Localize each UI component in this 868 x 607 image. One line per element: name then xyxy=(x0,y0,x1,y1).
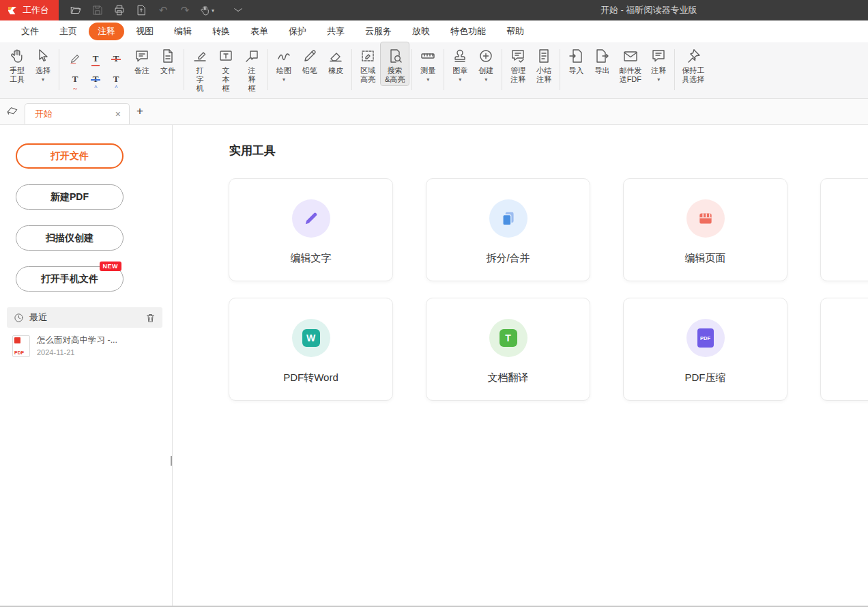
new-tab-button[interactable]: + xyxy=(130,98,150,124)
menu-item-file[interactable]: 文件 xyxy=(12,23,48,40)
underline-text-button[interactable]: T xyxy=(87,49,104,68)
redo-button[interactable]: ↷ xyxy=(175,0,195,20)
summarize-comments-button[interactable]: 小结 注释 xyxy=(531,42,557,85)
open-mobile-file-button[interactable]: 打开手机文件 NEW xyxy=(16,266,124,292)
highlight-text-button[interactable] xyxy=(66,49,84,68)
open-file-button[interactable] xyxy=(66,0,86,20)
ribbon-separator xyxy=(674,49,675,90)
export-comments-button[interactable]: 导出 xyxy=(589,42,615,76)
create-button[interactable]: 创建 ▾ xyxy=(473,42,499,84)
email-icon xyxy=(622,48,639,64)
tool-card-edit-pages[interactable]: 编辑页面 xyxy=(623,178,787,281)
new-pdf-button[interactable]: 新建PDF xyxy=(16,184,124,210)
chevron-down-icon: ▾ xyxy=(426,77,429,83)
comments-panel-button[interactable]: 注释 ▾ xyxy=(646,42,671,84)
ribbon-separator xyxy=(184,49,184,90)
tool-card-label: 文档翻译 xyxy=(488,371,529,384)
menu-item-protect[interactable]: 保护 xyxy=(280,23,315,40)
menu-item-home[interactable]: 主页 xyxy=(50,23,86,40)
measure-button[interactable]: 测量 ▾ xyxy=(415,42,441,84)
tool-card-partial[interactable] xyxy=(820,298,868,401)
tool-card-partial[interactable] xyxy=(820,178,868,281)
menu-item-cloud[interactable]: 云服务 xyxy=(356,23,401,40)
scanner-create-button[interactable]: 扫描仪创建 xyxy=(16,225,124,251)
email-fdf-button[interactable]: 邮件发 送FDF xyxy=(615,42,646,85)
tool-cards-grid: 编辑文字 拆分/合并 xyxy=(229,178,868,401)
tab-label: 开始 xyxy=(35,108,114,120)
ruler-icon xyxy=(420,48,436,64)
menu-item-share[interactable]: 共享 xyxy=(318,23,353,40)
insert-text-button[interactable]: T xyxy=(107,70,125,89)
chevron-down-icon: ▾ xyxy=(42,77,44,83)
open-file-label: 打开文件 xyxy=(50,150,89,163)
keep-tool-selected-button[interactable]: 保持工 具选择 xyxy=(678,42,708,85)
hand-icon xyxy=(9,48,25,64)
select-tool-button[interactable]: 选择 ▾ xyxy=(30,42,56,84)
note-bubble-icon xyxy=(134,48,150,64)
import-comments-button[interactable]: 导入 xyxy=(563,42,589,76)
manage-comments-button[interactable]: 管理 注释 xyxy=(505,42,531,85)
open-file-sidebar-button[interactable]: 打开文件 xyxy=(16,143,124,169)
typewriter-button[interactable]: 打 字 机 xyxy=(187,42,213,94)
edit-text-icon xyxy=(292,199,330,238)
close-icon[interactable]: × xyxy=(114,109,122,119)
main-content: 实用工具 编辑文字 拆分/合并 xyxy=(173,125,868,606)
tab-start[interactable]: 开始 × xyxy=(25,103,130,124)
recent-file-item[interactable]: PDF 怎么面对高中学习 -... 2024-11-21 xyxy=(12,335,158,357)
tool-card-pdf-to-word[interactable]: W PDF转Word xyxy=(229,298,393,401)
textbox-button[interactable]: 文 本 框 xyxy=(213,42,239,94)
menu-item-features[interactable]: 特色功能 xyxy=(442,23,495,40)
tab-tools-button[interactable] xyxy=(0,98,25,124)
eraser-button[interactable]: 橡皮 xyxy=(323,42,349,76)
drawing-button[interactable]: 绘图 ▾ xyxy=(271,42,297,84)
foxit-logo-icon xyxy=(7,5,18,16)
tool-card-label: 拆分/合并 xyxy=(486,252,530,265)
callout-icon xyxy=(244,48,260,64)
ribbon-separator xyxy=(267,49,268,90)
cursor-icon xyxy=(35,48,51,64)
menu-item-view[interactable]: 视图 xyxy=(127,23,162,40)
trash-icon[interactable] xyxy=(145,313,156,323)
menu-item-slideshow[interactable]: 放映 xyxy=(403,23,439,40)
print-button[interactable] xyxy=(109,0,130,20)
undo-button[interactable]: ↶ xyxy=(153,0,173,20)
ribbon-separator xyxy=(502,49,502,90)
menu-item-convert[interactable]: 转换 xyxy=(203,23,239,40)
workspace-button[interactable]: 工作台 xyxy=(0,0,59,20)
tool-card-pdf-compress[interactable]: PDF PDF压缩 xyxy=(623,298,787,401)
pdf-label: PDF xyxy=(14,350,24,355)
menu-item-comment[interactable]: 注释 xyxy=(89,23,124,40)
tool-card-doc-translate[interactable]: T 文档翻译 xyxy=(426,298,590,401)
save-button[interactable] xyxy=(87,0,108,20)
menu-item-edit[interactable]: 编辑 xyxy=(165,23,201,40)
stamp-button[interactable]: 图章 ▾ xyxy=(447,42,473,84)
callout-button[interactable]: 注 释 框 xyxy=(239,42,265,94)
menu-item-form[interactable]: 表单 xyxy=(242,23,277,40)
tool-card-edit-text[interactable]: 编辑文字 xyxy=(229,178,393,281)
export-button[interactable] xyxy=(131,0,151,20)
strikeout-text-button[interactable]: T xyxy=(107,49,125,68)
scanner-create-label: 扫描仪创建 xyxy=(46,232,93,244)
squiggly-underline-button[interactable]: T xyxy=(66,70,84,89)
tool-card-split-merge[interactable]: 拆分/合并 xyxy=(426,178,590,281)
pencil-button[interactable]: 铅笔 xyxy=(297,42,323,76)
new-pdf-label: 新建PDF xyxy=(50,191,89,203)
new-badge: NEW xyxy=(100,262,122,271)
scribble-icon xyxy=(276,48,292,64)
hand-tool-button[interactable]: 手型 工具 xyxy=(4,42,30,85)
recent-title: 最近 xyxy=(29,311,140,324)
hand-tool-quick-button[interactable]: ▾ xyxy=(197,0,217,20)
doc-translate-icon: T xyxy=(489,319,527,357)
area-highlight-button[interactable]: 区域 高亮 xyxy=(355,42,381,85)
file-attachment-icon xyxy=(160,48,176,64)
customize-toolbar-button[interactable] xyxy=(228,0,248,20)
menu-item-help[interactable]: 帮助 xyxy=(497,23,533,40)
replace-text-button[interactable]: T xyxy=(87,70,104,89)
search-highlight-button[interactable]: 搜索 &高亮 xyxy=(381,42,409,85)
note-comment-button[interactable]: 备注 xyxy=(129,42,155,76)
menubar: 文件 主页 注释 视图 编辑 转换 表单 保护 共享 云服务 放映 特色功能 帮… xyxy=(0,20,868,42)
hand-icon xyxy=(199,5,211,16)
file-attachment-button[interactable]: 文件 xyxy=(155,42,181,76)
tool-card-label: 编辑页面 xyxy=(685,252,726,265)
pencil-icon xyxy=(302,48,318,64)
